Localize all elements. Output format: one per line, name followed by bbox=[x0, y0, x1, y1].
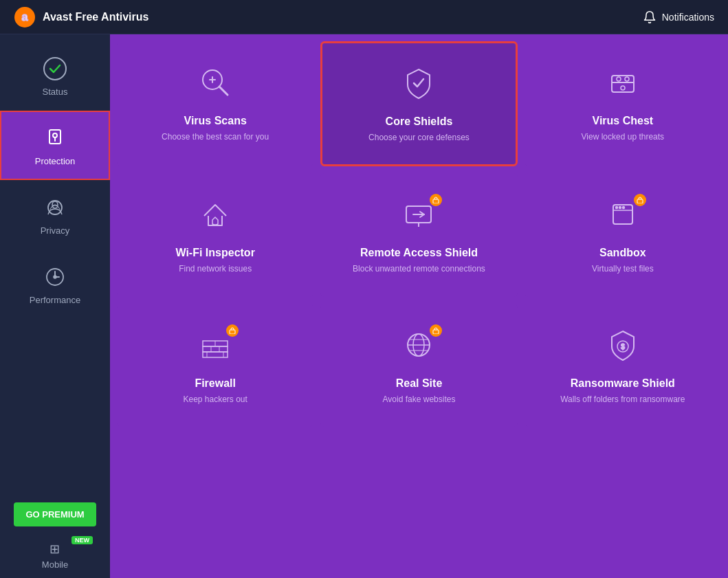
svg-text:a: a bbox=[22, 11, 28, 23]
svg-rect-40 bbox=[433, 330, 439, 334]
card-virus-scans[interactable]: Virus Scans Choose the best scan for you bbox=[117, 41, 313, 166]
svg-rect-25 bbox=[637, 199, 643, 203]
virus-scans-title: Virus Scans bbox=[184, 115, 247, 127]
ransomware-shield-icon: $ bbox=[602, 326, 643, 367]
card-core-shields[interactable]: Core Shields Choose your core defenses bbox=[320, 41, 517, 166]
remote-access-subtitle: Block unwanted remote connections bbox=[353, 263, 485, 275]
card-remote-access-shield[interactable]: Remote Access Shield Block unwanted remo… bbox=[320, 173, 517, 297]
svg-point-20 bbox=[621, 86, 625, 90]
mobile-item-inner: ⊞ Mobile bbox=[42, 542, 68, 570]
card-wifi-inspector[interactable]: Wi-Fi Inspector Find network issues bbox=[117, 173, 313, 297]
virus-chest-icon bbox=[602, 63, 643, 104]
svg-point-28 bbox=[615, 206, 617, 208]
virus-scans-subtitle: Choose the best scan for you bbox=[162, 131, 269, 143]
card-virus-chest[interactable]: Virus Chest View locked up threats bbox=[525, 41, 721, 166]
card-ransomware-shield[interactable]: $ Ransomware Shield Walls off folders fr… bbox=[525, 304, 721, 427]
grid-row-1: Virus Scans Choose the best scan for you… bbox=[117, 41, 721, 166]
bell-icon bbox=[643, 10, 657, 24]
virus-chest-title: Virus Chest bbox=[593, 115, 654, 127]
svg-rect-31 bbox=[230, 330, 235, 334]
svg-point-30 bbox=[622, 206, 624, 208]
grid-row-2: Wi-Fi Inspector Find network issues bbox=[117, 173, 721, 297]
svg-point-19 bbox=[625, 77, 629, 81]
sidebar: Status Protection bbox=[0, 34, 110, 578]
sidebar-status-label: Status bbox=[43, 87, 68, 97]
wifi-inspector-subtitle: Find network issues bbox=[179, 263, 252, 275]
sandbox-title: Sandbox bbox=[599, 247, 646, 259]
mobile-label: Mobile bbox=[42, 559, 68, 570]
wifi-inspector-title: Wi-Fi Inspector bbox=[175, 247, 254, 259]
sandbox-icon bbox=[602, 195, 643, 236]
status-icon bbox=[41, 55, 69, 82]
svg-rect-34 bbox=[203, 352, 228, 357]
svg-text:$: $ bbox=[621, 343, 625, 351]
header-left: a Avast Free Antivirus bbox=[14, 6, 148, 28]
avast-logo-icon: a bbox=[14, 6, 36, 28]
card-real-site[interactable]: Real Site Avoid fake websites bbox=[320, 304, 517, 427]
firewall-title: Firewall bbox=[195, 377, 236, 390]
core-shields-title: Core Shields bbox=[386, 115, 453, 128]
remote-access-title: Remote Access Shield bbox=[360, 247, 478, 259]
grid-row-3: Firewall Keep hackers out bbox=[117, 304, 721, 427]
svg-point-29 bbox=[619, 206, 621, 208]
ransomware-title: Ransomware Shield bbox=[571, 377, 675, 390]
sidebar-protection-label: Protection bbox=[35, 156, 76, 166]
notifications-label: Notifications bbox=[662, 12, 714, 23]
svg-point-6 bbox=[48, 201, 62, 214]
sidebar-item-privacy[interactable]: Privacy bbox=[0, 180, 110, 249]
sidebar-privacy-label: Privacy bbox=[41, 225, 70, 236]
sidebar-item-protection[interactable]: Protection bbox=[0, 111, 110, 180]
go-premium-button[interactable]: GO PREMIUM bbox=[14, 502, 96, 526]
sidebar-item-performance[interactable]: Performance bbox=[0, 249, 110, 319]
main-layout: Status Protection bbox=[0, 34, 728, 578]
ransomware-subtitle: Walls off folders from ransomware bbox=[560, 394, 685, 405]
virus-scans-icon bbox=[195, 63, 236, 104]
firewall-subtitle: Keep hackers out bbox=[183, 394, 247, 405]
wifi-inspector-icon bbox=[195, 195, 236, 236]
real-site-icon bbox=[398, 326, 439, 367]
content-area: Virus Scans Choose the best scan for you… bbox=[110, 34, 728, 578]
svg-line-13 bbox=[219, 87, 228, 95]
svg-point-11 bbox=[54, 276, 56, 278]
header: a Avast Free Antivirus Notifications bbox=[0, 0, 728, 34]
app-title: Avast Free Antivirus bbox=[43, 11, 148, 23]
sidebar-performance-label: Performance bbox=[30, 295, 80, 305]
real-site-subtitle: Avoid fake websites bbox=[383, 394, 456, 405]
firewall-icon bbox=[195, 326, 236, 367]
svg-point-2 bbox=[44, 58, 66, 80]
real-site-title: Real Site bbox=[396, 377, 443, 390]
card-firewall[interactable]: Firewall Keep hackers out bbox=[117, 304, 313, 427]
svg-point-18 bbox=[617, 77, 621, 81]
notifications-button[interactable]: Notifications bbox=[643, 10, 714, 24]
svg-rect-21 bbox=[433, 199, 439, 203]
protection-icon bbox=[41, 124, 69, 152]
core-shields-subtitle: Choose your core defenses bbox=[368, 132, 470, 144]
new-badge: NEW bbox=[71, 536, 93, 544]
privacy-icon bbox=[41, 194, 69, 221]
remote-access-icon bbox=[398, 195, 439, 236]
card-sandbox[interactable]: Sandbox Virtually test files bbox=[525, 173, 721, 297]
virus-chest-subtitle: View locked up threats bbox=[582, 131, 665, 143]
svg-rect-32 bbox=[203, 346, 228, 352]
sandbox-subtitle: Virtually test files bbox=[592, 263, 654, 275]
performance-icon bbox=[41, 263, 69, 291]
sidebar-item-status[interactable]: Status bbox=[0, 41, 110, 111]
sidebar-item-mobile[interactable]: NEW ⊞ Mobile bbox=[0, 533, 110, 578]
core-shields-icon bbox=[398, 64, 439, 105]
